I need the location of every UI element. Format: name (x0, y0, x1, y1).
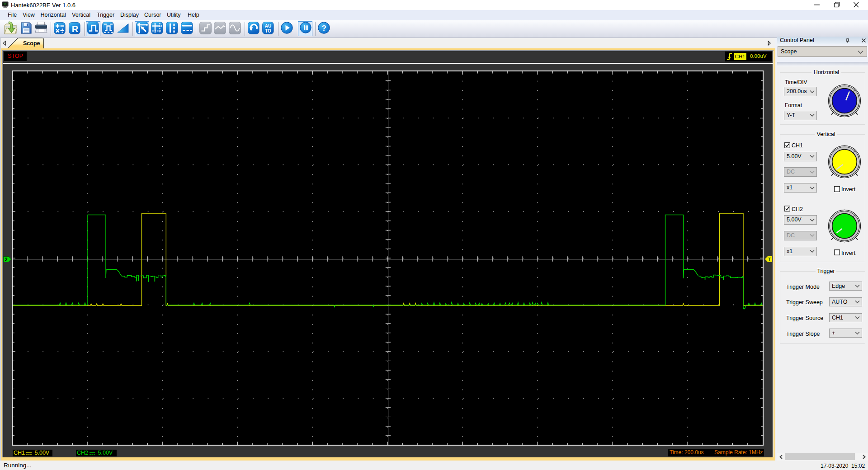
svg-text:R: R (72, 24, 79, 34)
svg-text:T: T (768, 256, 771, 262)
svg-text:2: 2 (5, 256, 7, 262)
svg-text:?: ? (322, 24, 326, 33)
svg-text:AU: AU (265, 24, 271, 28)
svg-text:TO: TO (265, 28, 271, 33)
